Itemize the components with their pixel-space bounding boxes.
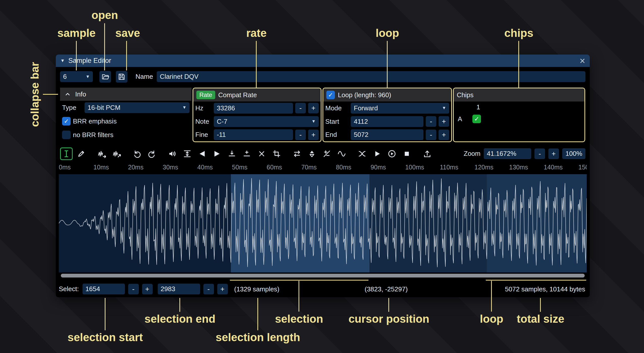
check-icon: ✓ [328, 91, 333, 98]
selection-end-increase-button[interactable]: + [217, 284, 228, 294]
selection-end-input[interactable]: 2983 [158, 284, 200, 294]
chip-enable-checkbox[interactable]: ✓ [472, 115, 481, 123]
hz-increase-button[interactable]: + [308, 103, 319, 113]
fade-in-icon [198, 149, 206, 158]
hz-input[interactable]: 33286 [214, 103, 293, 114]
chevron-down-icon: ▼ [439, 106, 446, 111]
zoom-input[interactable]: 41.1672% [484, 148, 531, 159]
zoom-out-button[interactable]: - [534, 148, 545, 159]
timeline-label: 10ms [93, 164, 109, 171]
annotation-line-loop-bottom [491, 281, 492, 312]
invert-button[interactable] [306, 147, 318, 160]
check-icon: ✓ [474, 115, 479, 122]
timeline-label: 90ms [370, 164, 386, 171]
status-bar: Select: 1654 - + 2983 - + (1329 samples)… [59, 283, 587, 295]
loop-end-decrease-button[interactable]: - [426, 130, 436, 140]
selection-start-increase-button[interactable]: + [142, 284, 153, 294]
annotation-line-rate [256, 41, 257, 88]
sample-row: 6 ▼ Name Clarinet DQV [56, 70, 590, 83]
timeline-label: 70ms [301, 164, 317, 171]
waveform-svg [59, 174, 587, 272]
annotation-label-save: save [115, 27, 140, 39]
timeline-label: 80ms [336, 164, 351, 171]
redo-button[interactable] [146, 147, 158, 160]
loop-enable-checkbox[interactable]: ✓ [326, 91, 335, 99]
edit-select-button[interactable] [60, 147, 73, 160]
selection-start-decrease-button[interactable]: - [128, 284, 139, 294]
resize-button[interactable] [95, 147, 108, 160]
fine-decrease-button[interactable]: - [295, 130, 306, 140]
zoom-cluster: Zoom 41.1672% - + 100% [464, 148, 585, 159]
edit-draw-button[interactable] [75, 147, 88, 160]
trim-button[interactable] [270, 147, 283, 160]
amplify-button[interactable] [166, 147, 179, 160]
fine-increase-button[interactable]: + [308, 130, 319, 140]
selection-end-value: 2983 [161, 285, 175, 293]
chevron-down-icon: ▼ [309, 119, 316, 124]
insert-silence-button[interactable] [226, 147, 238, 160]
undo-button[interactable] [131, 147, 143, 160]
crossfade-button[interactable] [356, 147, 368, 160]
loop-end-increase-button[interactable]: + [439, 130, 449, 140]
toolbar-icons [60, 147, 434, 160]
check-icon: ✓ [64, 118, 69, 125]
delete-icon [257, 149, 266, 158]
close-icon[interactable]: × [580, 56, 585, 66]
brr-emphasis-checkbox[interactable]: ✓ [62, 117, 71, 125]
timeline-label: 0ms [59, 164, 71, 171]
loop-start-increase-button[interactable]: + [439, 116, 449, 127]
loop-end-input[interactable]: 5072 [351, 129, 423, 140]
sign-button[interactable] [320, 147, 333, 160]
type-select[interactable]: 16-bit PCM ▼ [85, 102, 190, 113]
annotation-label-chips: chips [504, 27, 533, 39]
stop-button[interactable] [400, 147, 413, 160]
timeline-label: 150ms [578, 164, 587, 171]
info-panel-header: Info [60, 88, 192, 101]
annotation-label-selection-length: selection length [216, 331, 300, 344]
fine-input[interactable]: -11 [214, 129, 293, 140]
fade-in-button[interactable] [196, 147, 208, 160]
zoom-reset-button[interactable]: 100% [562, 148, 585, 159]
window-collapse-icon[interactable]: ▼ [60, 58, 65, 63]
resize-icon [97, 149, 106, 158]
loop-mode-select[interactable]: Forward ▼ [351, 103, 449, 114]
normalize-button[interactable] [181, 147, 194, 160]
sample-number-select[interactable]: 6 ▼ [60, 71, 93, 82]
delete-button[interactable] [255, 147, 268, 160]
waveform-display[interactable] [59, 174, 587, 272]
preview-button[interactable] [371, 147, 383, 160]
preview-loop-button[interactable] [386, 147, 398, 160]
apply-silence-button[interactable] [240, 147, 253, 160]
note-select[interactable]: C-7 ▼ [214, 116, 319, 127]
timeline-label: 130ms [509, 164, 528, 171]
loop-start-input[interactable]: 4112 [351, 116, 423, 127]
collapse-bar-button[interactable] [63, 90, 72, 99]
info-header-label: Info [75, 90, 86, 98]
reverse-icon [293, 149, 301, 158]
filter-button[interactable] [335, 147, 348, 160]
loop-start-value: 4112 [354, 118, 368, 125]
reverse-button[interactable] [291, 147, 303, 160]
selection-start-input[interactable]: 1654 [83, 284, 125, 294]
fade-out-button[interactable] [211, 147, 223, 160]
chip-column-label: 1 [476, 103, 480, 111]
sample-name-input[interactable]: Clarinet DQV [157, 71, 585, 82]
upload-button[interactable] [421, 147, 434, 160]
note-label: Note [195, 118, 211, 125]
hz-decrease-button[interactable]: - [295, 103, 306, 113]
annotation-label-loop-bottom: loop [480, 313, 503, 325]
loop-start-decrease-button[interactable]: - [426, 116, 436, 127]
rate-panel: Rate Compat Rate Hz 33286 - + Note C-7 ▼… [193, 88, 321, 142]
selection-end-decrease-button[interactable]: - [203, 284, 214, 294]
annotation-line-open [104, 23, 105, 70]
no-brr-filters-checkbox[interactable] [62, 131, 71, 139]
zoom-in-button[interactable]: + [548, 148, 559, 159]
waveform-scrollbar[interactable] [61, 274, 585, 278]
crossfade-icon [358, 149, 366, 158]
open-button[interactable] [99, 71, 111, 83]
resample-button[interactable] [110, 147, 123, 160]
invert-icon [308, 149, 316, 158]
save-button[interactable] [116, 71, 127, 83]
loop-mode-row: Mode Forward ▼ [323, 102, 451, 115]
timeline-label: 20ms [128, 164, 144, 171]
